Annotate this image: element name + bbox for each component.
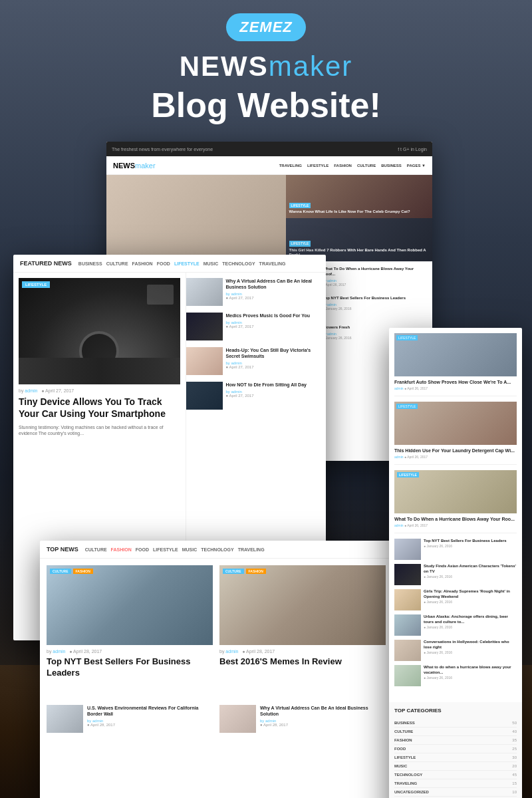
zemez-logo-text: ZEMEZ (239, 19, 293, 35)
bottom-card-1-title: Top NYT Best Sellers For Business Leader… (47, 656, 213, 679)
sidebar-small-1: Top NYT Best Sellers For Business Leader… (394, 539, 517, 560)
sidebar-small-thumb-3 (394, 589, 421, 610)
side-article-4: How NOT to Die From Sitting All Day by a… (186, 382, 321, 410)
header: ZEMEZ NEWSmaker Blog Website! (0, 0, 532, 135)
side-article-2-title: Medics Proves Music Is Good For You (226, 313, 311, 319)
sidebar-small-2: Study Finds Asian American Characters 'T… (394, 564, 517, 585)
car-interior-img (19, 278, 180, 384)
side-thumb-2 (186, 313, 223, 340)
top-categories-title: TOP CATEGORIES (394, 708, 517, 714)
featured-nav: FEATURED NEWS BUSINESS CULTURE FASHION F… (13, 255, 326, 273)
cat-fashion: FASHION35 (394, 736, 517, 745)
side-article-3: Heads-Up: You Can Still Buy Victoria's S… (186, 347, 321, 375)
cat-uncategorized: UNCATEGORIZED10 (394, 788, 517, 797)
bottom-card-1: CULTURE FASHION by admin ● April 28, 201… (47, 565, 213, 698)
sidebar-small-5: Conversations in Hollywood: Celebrities … (394, 640, 517, 661)
cat-food: FOOD25 (394, 745, 517, 753)
side-article-1-title: Why A Virtual Address Can Be An Ideal Bu… (226, 278, 321, 290)
sidebar-small-thumb-6 (394, 665, 421, 686)
bottom-card-2-img: CULTURE FASHION (219, 565, 386, 645)
sidebar-article-3: LIFESTYLE What To Do When a Hurricane Bl… (394, 470, 517, 533)
bottom-small-col-1: U.S. Waives Environmental Reviews For Ca… (47, 705, 213, 733)
sidebar-thumb-3: LIFESTYLE (394, 470, 517, 513)
side-article-3-title: Heads-Up: You Can Still Buy Victoria's S… (226, 347, 321, 359)
sidebar-article-3-title: What To Do When a Hurricane Blows Away Y… (394, 516, 517, 522)
sidebar-small-list: Top NYT Best Sellers For Business Leader… (394, 539, 517, 686)
bottom-card-2-title: Best 2016'S Memes In Review (219, 656, 386, 668)
main-title: NEWSmaker (0, 51, 532, 82)
back-social: f t G+ in Login (398, 147, 427, 152)
back-tagline: The freshest news from everywhere for ev… (112, 147, 213, 152)
sidebar-article-2-title: This Hidden Use For Your Laundry Deterge… (394, 448, 517, 454)
cat-culture: CULTURE40 (394, 728, 517, 736)
zemez-logo[interactable]: ZEMEZ (226, 13, 306, 41)
side-thumb-3 (186, 347, 223, 375)
back-hero-side-top: LIFESTYLE Wanna Know What Life Is Like N… (286, 175, 433, 218)
top-news-nav: TOP NEWS CULTURE FASHION FOOD LIFESTYLE … (40, 541, 392, 559)
sub-title: Blog Website! (0, 85, 532, 125)
back-hero-side: LIFESTYLE Wanna Know What Life Is Like N… (286, 175, 433, 261)
sidebar-small-thumb-4 (394, 614, 421, 636)
sidebar-small-thumb-1 (394, 539, 421, 560)
side-thumb-1 (186, 278, 223, 306)
top-categories: TOP CATEGORIES BUSINESS50 CULTURE40 FASH… (389, 702, 522, 798)
main-article-excerpt: Stunning testimony: Voting machines can … (19, 424, 180, 438)
top-news-title: TOP NEWS (47, 546, 78, 553)
title-maker: maker (269, 51, 353, 82)
sidebar-article-1-title: Frankfurt Auto Show Proves How Close We'… (394, 379, 517, 385)
back-nav-bar: The freshest news from everywhere for ev… (106, 142, 432, 156)
sidebar-content: LIFESTYLE Frankfurt Auto Show Proves How… (389, 328, 522, 696)
back-logo: NEWSmaker (113, 162, 156, 170)
main-article-title: Tiny Device Allows You To Track Your Car… (19, 396, 180, 420)
bottom-card-1-img: CULTURE FASHION (47, 565, 213, 645)
bottom-card-2-tags: CULTURE FASHION (223, 569, 266, 574)
title-news: NEWS (180, 51, 269, 82)
sidebar-article-2: LIFESTYLE This Hidden Use For Your Laund… (394, 402, 517, 465)
back-nav-items: TRAVELING LIFESTYLE FASHION CULTURE BUSI… (279, 164, 426, 168)
sidebar-small-3: Girls Trip: Already Supremes 'Rough Nigh… (394, 589, 517, 610)
back-hero-caption1: LIFESTYLE Wanna Know What Life Is Like N… (289, 203, 430, 215)
sidebar-small-thumb-5 (394, 640, 421, 661)
bottom-small-article-1: U.S. Waives Environmental Reviews For Ca… (47, 705, 213, 733)
sidebar-thumb-2: LIFESTYLE (394, 402, 517, 445)
sidebar-thumb-1: LIFESTYLE (394, 333, 517, 376)
back-hero-images: LIFESTYLE Wanna Know What Life Is Like N… (106, 175, 432, 261)
cat-traveling: TRAVELING15 (394, 779, 517, 788)
lifestyle-tag: LIFESTYLE (22, 281, 50, 288)
bottom-grid: CULTURE FASHION by admin ● April 28, 201… (40, 559, 392, 705)
back-hero-main (106, 175, 286, 261)
top-news-categories: CULTURE FASHION FOOD LIFESTYLE MUSIC TEC… (85, 547, 265, 552)
screenshot-sidebar: LIFESTYLE Frankfurt Auto Show Proves How… (389, 328, 522, 798)
bottom-small-thumb-1 (47, 705, 83, 733)
sidebar-article-1: LIFESTYLE Frankfurt Auto Show Proves How… (394, 333, 517, 396)
side-thumb-4 (186, 382, 223, 410)
cat-business: BUSINESS50 (394, 719, 517, 728)
side-article-4-title: How NOT to Die From Sitting All Day (226, 382, 307, 388)
side-article-2: Medics Proves Music Is Good For You by a… (186, 313, 321, 340)
bottom-card-1-tags: CULTURE FASHION (50, 569, 93, 574)
cat-music: MUSIC20 (394, 762, 517, 771)
sidebar-small-6: What to do when a hurricane blows away y… (394, 665, 517, 686)
main-article-img: LIFESTYLE (19, 278, 180, 384)
sidebar-small-thumb-2 (394, 564, 421, 585)
bottom-small-thumb-2 (219, 705, 256, 733)
bottom-small-col-2: Why A Virtual Address Can Be An Ideal Bu… (219, 705, 386, 733)
bottom-small-article-2: Why A Virtual Address Can Be An Ideal Bu… (219, 705, 386, 733)
cat-lifestyle: LIFESTYLE30 (394, 753, 517, 762)
bottom-card-2: CULTURE FASHION by admin ● April 28, 201… (219, 565, 386, 698)
sidebar-small-4: Urban Alaska: Anchorage offers dining, b… (394, 614, 517, 636)
screenshots-area: The freshest news from everywhere for ev… (0, 142, 532, 780)
bottom-small-articles: U.S. Waives Environmental Reviews For Ca… (40, 705, 392, 739)
main-article-meta: by admin ● April 27, 2017 (19, 388, 180, 393)
featured-categories: BUSINESS CULTURE FASHION FOOD LIFESTYLE … (78, 261, 286, 266)
featured-section-title: FEATURED NEWS (20, 260, 72, 267)
screenshot-bottom: TOP NEWS CULTURE FASHION FOOD LIFESTYLE … (40, 541, 392, 798)
back-main-nav: NEWSmaker TRAVELING LIFESTYLE FASHION CU… (106, 156, 432, 175)
cat-technology: TECHNOLOGY45 (394, 771, 517, 779)
side-article-1: Why A Virtual Address Can Be An Ideal Bu… (186, 278, 321, 306)
